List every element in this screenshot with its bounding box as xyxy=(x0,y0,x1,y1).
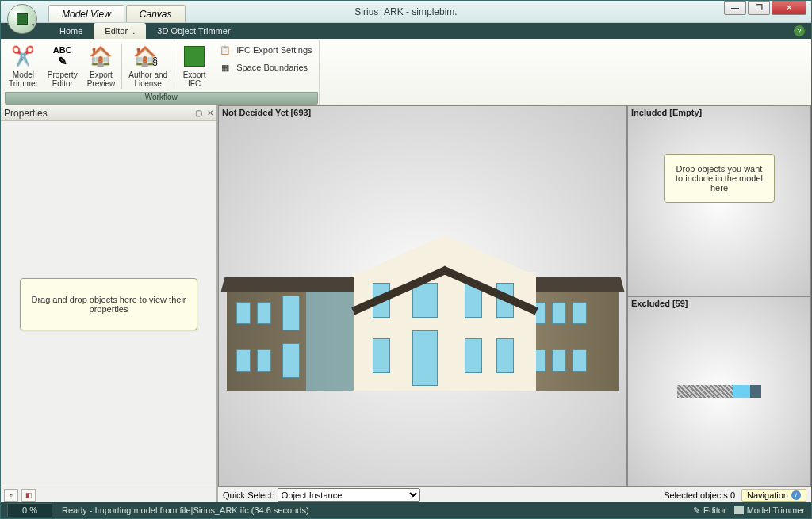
export-ifc-icon xyxy=(182,44,207,69)
viewport-not-decided[interactable]: Not Decided Yet [693] xyxy=(218,105,627,487)
excluded-object-preview xyxy=(677,385,761,398)
selected-objects-count: Selected objects 0 xyxy=(664,490,735,500)
chevron-down-icon: ▾ xyxy=(32,22,35,29)
ribbon: ✂️ ModelTrimmer ABC✎ PropertyEditor 🏠 Ex… xyxy=(1,39,811,105)
viewport-excluded-title: Excluded [59] xyxy=(631,299,688,308)
prop-footer-btn-1[interactable]: ▫ xyxy=(4,489,18,502)
properties-drop-hint[interactable]: Drag and drop objects here to view their… xyxy=(20,278,197,330)
status-message: Ready - Importing model from file|Sirius… xyxy=(62,506,684,515)
window-title: Sirius_ARK - simplebim. xyxy=(354,6,457,17)
view-tabs: Model View Canvas xyxy=(48,1,187,22)
ribbon-group-workflow: ✂️ ModelTrimmer ABC✎ PropertyEditor 🏠 Ex… xyxy=(4,40,320,105)
prop-footer-btn-2[interactable]: ◧ xyxy=(21,489,36,502)
menu-bar: Home Editor . 3D Object Trimmer ? xyxy=(1,23,811,39)
viewport-included[interactable]: Included [Empty] Drop objects you want t… xyxy=(627,105,811,296)
main-area: Properties ▢ ✕ Drag and drop objects her… xyxy=(1,105,811,502)
btn-export-preview[interactable]: 🏠 ExportPreview xyxy=(82,40,121,92)
quick-select-dropdown[interactable]: Object Instance xyxy=(278,488,420,502)
status-tab-editor[interactable]: ✎ Editor xyxy=(693,506,726,516)
app-menu-orb[interactable]: ▾ xyxy=(7,4,37,34)
viewport-main-title: Not Decided Yet [693] xyxy=(222,108,311,117)
ribbon-side-list: 📋 IFC Export Settings ▦ Space Boundaries xyxy=(213,40,318,92)
orb-icon xyxy=(17,13,28,25)
close-button[interactable]: ✕ xyxy=(772,1,806,15)
panel-pin-button[interactable]: ▢ xyxy=(195,109,202,117)
btn-author-license[interactable]: 🏠§ Author andLicense xyxy=(124,40,172,92)
menu-editor[interactable]: Editor . xyxy=(94,23,146,39)
included-drop-hint: Drop objects you want to include in the … xyxy=(664,154,775,203)
properties-footer: ▫ ◧ xyxy=(1,487,216,502)
viewport-excluded[interactable]: Excluded [59] xyxy=(627,296,811,487)
navigation-badge[interactable]: Navigation i xyxy=(741,489,806,502)
btn-export-ifc[interactable]: ExportIFC xyxy=(176,40,213,92)
house-section-icon: 🏠§ xyxy=(136,44,161,69)
help-button[interactable]: ? xyxy=(794,25,805,36)
boundaries-icon: ▦ xyxy=(219,61,232,74)
status-progress: 0 % xyxy=(7,503,52,517)
building-model xyxy=(227,240,619,391)
properties-header: Properties ▢ ✕ xyxy=(1,105,216,121)
properties-title: Properties xyxy=(4,108,48,119)
status-bar: 0 % Ready - Importing model from file|Si… xyxy=(1,502,811,518)
quick-select-bar: Quick Select: Object Instance Selected o… xyxy=(218,487,811,502)
properties-panel: Properties ▢ ✕ Drag and drop objects her… xyxy=(1,105,218,502)
house-eye-icon: 🏠 xyxy=(88,44,113,69)
tab-model-view[interactable]: Model View xyxy=(48,5,124,22)
btn-ifc-export-settings[interactable]: 📋 IFC Export Settings xyxy=(219,44,312,56)
btn-model-trimmer[interactable]: ✂️ ModelTrimmer xyxy=(4,40,43,92)
window-controls: — ❐ ✕ xyxy=(722,1,806,15)
info-icon: i xyxy=(791,490,801,500)
panel-close-button[interactable]: ✕ xyxy=(207,109,213,117)
quick-select-label: Quick Select: xyxy=(223,490,274,500)
viewport-side-column: Included [Empty] Drop objects you want t… xyxy=(627,105,811,487)
scissors-icon: ✂️ xyxy=(10,44,36,69)
btn-space-boundaries[interactable]: ▦ Space Boundaries xyxy=(219,61,312,74)
maximize-button[interactable]: ❐ xyxy=(748,1,770,15)
abc-pencil-icon: ABC✎ xyxy=(50,44,75,69)
status-tab-model-trimmer[interactable]: Model Trimmer xyxy=(734,506,805,515)
menu-home[interactable]: Home xyxy=(48,23,94,39)
minimize-button[interactable]: — xyxy=(724,1,746,15)
tab-canvas[interactable]: Canvas xyxy=(126,5,186,22)
ribbon-group-label: Workflow xyxy=(5,92,318,105)
doc-icon xyxy=(734,506,744,514)
btn-property-editor[interactable]: ABC✎ PropertyEditor xyxy=(43,40,82,92)
settings-list-icon: 📋 xyxy=(219,44,232,56)
viewport-included-title: Included [Empty] xyxy=(631,108,702,117)
menu-3d-object-trimmer[interactable]: 3D Object Trimmer xyxy=(146,23,241,39)
title-bar: ▾ Model View Canvas Sirius_ARK - simpleb… xyxy=(1,1,811,23)
viewports: Not Decided Yet [693] xyxy=(218,105,811,502)
app-window: ▾ Model View Canvas Sirius_ARK - simpleb… xyxy=(0,0,812,519)
